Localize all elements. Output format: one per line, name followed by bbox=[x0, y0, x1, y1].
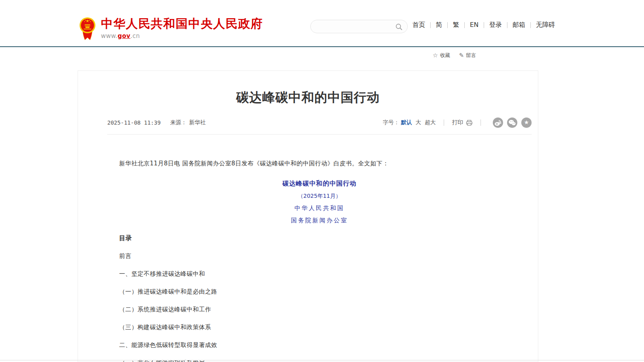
print-button[interactable]: 打印 bbox=[452, 119, 473, 126]
source-label: 来源： bbox=[170, 119, 187, 126]
toolbar-separator bbox=[481, 119, 481, 126]
message-button[interactable]: ✎ 留言 bbox=[459, 52, 476, 59]
bottom-edge-line bbox=[0, 360, 644, 360]
favorite-button[interactable]: ☆ 收藏 bbox=[433, 52, 450, 59]
document-date: （2025年11月） bbox=[107, 191, 532, 200]
nav-login[interactable]: 登录 bbox=[484, 21, 507, 28]
article-body: 新华社北京11月8日电 国务院新闻办公室8日发布《碳达峰碳中和的中国行动》白皮书… bbox=[107, 159, 532, 362]
nav-mail[interactable]: 邮箱 bbox=[507, 21, 530, 28]
lead-paragraph: 新华社北京11月8日电 国务院新闻办公室8日发布《碳达峰碳中和的中国行动》白皮书… bbox=[107, 159, 532, 168]
brand-text: 中华人民共和国中央人民政府 www.gov.cn bbox=[101, 17, 263, 40]
site-title: 中华人民共和国中央人民政府 bbox=[101, 17, 263, 31]
toc-item: （二）系统推进碳达峰碳中和工作 bbox=[107, 305, 532, 314]
national-emblem-icon bbox=[79, 17, 96, 41]
site-url[interactable]: www.gov.cn bbox=[101, 32, 263, 40]
site-header: 中华人民共和国中央人民政府 www.gov.cn 首页 简 繁 EN 登录 邮箱 bbox=[0, 0, 644, 46]
site-logo[interactable]: 中华人民共和国中央人民政府 www.gov.cn bbox=[79, 17, 263, 41]
document-org-line2: 国务院新闻办公室 bbox=[107, 216, 532, 225]
nav-simplified[interactable]: 简 bbox=[431, 21, 447, 28]
meta-divider bbox=[107, 134, 532, 135]
pencil-icon: ✎ bbox=[459, 52, 464, 59]
share-favorite-button[interactable]: ★ bbox=[521, 118, 532, 128]
nav-accessibility[interactable]: 无障碍 bbox=[531, 21, 560, 28]
document-title: 碳达峰碳中和的中国行动 bbox=[107, 179, 532, 188]
share-weibo-button[interactable] bbox=[493, 118, 503, 128]
header-divider bbox=[0, 46, 644, 47]
print-label: 打印 bbox=[452, 119, 463, 126]
publish-date: 2025-11-08 11:39 bbox=[107, 119, 161, 126]
favorite-label: 收藏 bbox=[440, 52, 450, 59]
toc-item: 一、坚定不移推进碳达峰碳中和 bbox=[107, 269, 532, 278]
top-nav: 首页 简 繁 EN 登录 邮箱 无障碍 bbox=[412, 21, 560, 28]
document-org-line1: 中华人民共和国 bbox=[107, 204, 532, 212]
search-input[interactable] bbox=[317, 21, 392, 32]
nav-home[interactable]: 首页 bbox=[412, 21, 430, 28]
toc-item: 前言 bbox=[107, 252, 532, 260]
weibo-icon bbox=[493, 118, 503, 128]
font-size-default-button[interactable]: 默认 bbox=[401, 119, 412, 126]
share-wechat-button[interactable] bbox=[507, 118, 517, 128]
url-cn: .cn bbox=[131, 32, 140, 40]
toc-heading: 目录 bbox=[107, 234, 532, 243]
toolbar-separator bbox=[444, 119, 444, 126]
search-box[interactable] bbox=[310, 20, 408, 33]
printer-icon bbox=[466, 120, 473, 126]
toc-item: （三）构建碳达峰碳中和政策体系 bbox=[107, 323, 532, 332]
message-label: 留言 bbox=[466, 52, 476, 59]
article-container: 碳达峰碳中和的中国行动 2025-11-08 11:39 来源： 新华社 字号：… bbox=[78, 70, 538, 362]
font-size-label: 字号： bbox=[383, 119, 399, 126]
url-gov: gov bbox=[118, 32, 130, 40]
url-www: www. bbox=[101, 32, 118, 40]
source-link[interactable]: 新华社 bbox=[189, 119, 206, 126]
wechat-icon bbox=[507, 118, 517, 128]
font-size-large-button[interactable]: 大 bbox=[416, 119, 421, 126]
search-icon[interactable] bbox=[395, 23, 403, 30]
article-meta-row: 2025-11-08 11:39 来源： 新华社 字号： 默认 大 超大 打印 bbox=[107, 118, 532, 128]
star-badge-icon: ★ bbox=[524, 119, 529, 125]
nav-traditional[interactable]: 繁 bbox=[448, 21, 464, 28]
nav-english[interactable]: EN bbox=[465, 21, 484, 28]
toc-item: 二、能源绿色低碳转型取得显著成效 bbox=[107, 341, 532, 349]
page-tools: ☆ 收藏 ✎ 留言 bbox=[433, 52, 476, 59]
article-title: 碳达峰碳中和的中国行动 bbox=[78, 88, 538, 106]
font-size-xlarge-button[interactable]: 超大 bbox=[425, 119, 436, 126]
article-toolbar: 字号： 默认 大 超大 打印 bbox=[383, 118, 532, 128]
star-icon: ☆ bbox=[433, 52, 438, 59]
page: 中华人民共和国中央人民政府 www.gov.cn 首页 简 繁 EN 登录 邮箱 bbox=[0, 0, 644, 362]
toc-item: （一）推进碳达峰碳中和是必由之路 bbox=[107, 287, 532, 296]
